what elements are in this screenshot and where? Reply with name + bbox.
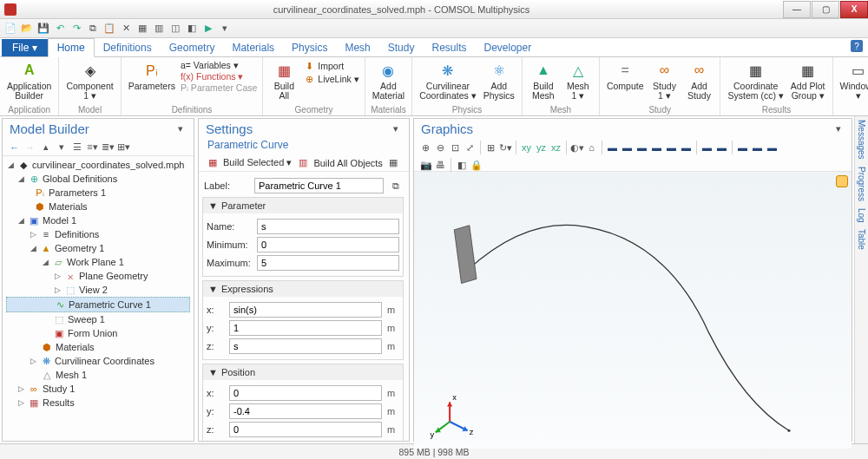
- sel6-icon[interactable]: ▬: [680, 141, 693, 154]
- file-tab[interactable]: File ▾: [2, 39, 48, 56]
- section-expressions[interactable]: ▼Expressions: [203, 281, 403, 297]
- compute-button[interactable]: =Compute: [603, 59, 648, 93]
- orbit-icon[interactable]: ↻▾: [499, 141, 512, 154]
- app-builder-button[interactable]: AApplication Builder: [3, 59, 55, 102]
- sidetab-messages[interactable]: Messages: [857, 120, 866, 160]
- sel4-icon[interactable]: ▬: [650, 141, 663, 154]
- add-material-button[interactable]: ◉Add Material: [369, 59, 408, 102]
- tab-physics[interactable]: Physics: [283, 39, 336, 56]
- xz-icon[interactable]: xz: [549, 141, 562, 154]
- build-selected-icon[interactable]: ▦: [206, 156, 219, 169]
- max-input[interactable]: [257, 255, 399, 271]
- name-input[interactable]: [257, 219, 399, 234]
- tree-curvcoord[interactable]: ▷❋Curvilinear Coordinates: [6, 354, 190, 368]
- windows-button[interactable]: ▭Windows ▾: [837, 59, 868, 102]
- panel-menu-icon[interactable]: ▾: [832, 122, 845, 135]
- tree-study1[interactable]: ▷∞Study 1: [6, 382, 190, 396]
- tab-materials[interactable]: Materials: [223, 39, 283, 56]
- down-icon[interactable]: ▾: [55, 141, 68, 154]
- sel8-icon[interactable]: ▬: [715, 141, 728, 154]
- tab-geometry[interactable]: Geometry: [161, 39, 224, 56]
- tree-mats2[interactable]: ⬢Materials: [6, 340, 190, 354]
- sel9-icon[interactable]: ▬: [736, 141, 749, 154]
- model-tree[interactable]: ◢◆curvilinear_coordinates_solved.mph ◢⊕G…: [3, 156, 194, 441]
- addplot-button[interactable]: ▦Add Plot Group ▾: [787, 59, 829, 102]
- tree-geom1[interactable]: ◢▲Geometry 1: [6, 241, 190, 255]
- up-icon[interactable]: ▴: [39, 141, 52, 154]
- tree-materials[interactable]: ⬢Materials: [6, 200, 190, 213]
- zoom-in-icon[interactable]: ⊕: [419, 141, 432, 154]
- functions-button[interactable]: f(x) Functions ▾: [181, 71, 257, 82]
- delete-icon[interactable]: ✕: [119, 22, 133, 36]
- home-icon[interactable]: ⌂: [585, 141, 598, 154]
- component-button[interactable]: ◈Component 1 ▾: [62, 59, 116, 102]
- sel1-icon[interactable]: ▬: [606, 141, 619, 154]
- build-all-icon[interactable]: ▥: [296, 156, 309, 169]
- variables-button[interactable]: a= Variables ▾: [181, 60, 257, 70]
- expand-icon[interactable]: ☰: [70, 141, 83, 154]
- tree-formunion[interactable]: ▣Form Union: [6, 326, 190, 340]
- copy-icon[interactable]: ⧉: [86, 22, 100, 36]
- import-button[interactable]: ⬇Import: [303, 60, 358, 72]
- study1-button[interactable]: ∞Study 1 ▾: [647, 59, 681, 102]
- parameters-button[interactable]: PᵢParameters: [125, 59, 179, 93]
- light-icon[interactable]: ◐▾: [570, 141, 583, 154]
- redo-icon[interactable]: ↷: [69, 22, 83, 36]
- view-icon[interactable]: ⊞: [484, 141, 497, 154]
- tree-root[interactable]: ◢◆curvilinear_coordinates_solved.mph: [6, 158, 190, 172]
- print-icon[interactable]: 🖶: [434, 159, 447, 172]
- section-position[interactable]: ▼Position: [203, 364, 403, 380]
- add-study-button[interactable]: ∞Add Study: [681, 59, 716, 102]
- tree-sweep1[interactable]: ⬚Sweep 1: [6, 312, 190, 326]
- sidetab-log[interactable]: Log: [857, 208, 866, 223]
- zoom-extents-icon[interactable]: ⤢: [464, 141, 477, 154]
- paste-icon[interactable]: 📋: [102, 22, 116, 36]
- tree-planegeom[interactable]: ▷⨉Plane Geometry: [6, 269, 190, 283]
- coordsys-button[interactable]: ▦Coordinate System (cc) ▾: [724, 59, 786, 102]
- tree-globaldef[interactable]: ◢⊕Global Definitions: [6, 172, 190, 186]
- paramcase-button[interactable]: Pᵢ Parameter Case: [181, 82, 257, 93]
- sel5-icon[interactable]: ▬: [665, 141, 678, 154]
- tree-mesh1[interactable]: △Mesh 1: [6, 368, 190, 382]
- lock-icon[interactable]: 🔒: [470, 159, 483, 172]
- label-input[interactable]: [254, 178, 384, 193]
- col2-icon[interactable]: ≣▾: [102, 141, 115, 154]
- tab-home[interactable]: Home: [48, 38, 95, 57]
- arrow-icon[interactable]: ▶: [201, 22, 215, 36]
- warning-badge-icon[interactable]: [836, 175, 848, 187]
- minimize-button[interactable]: —: [783, 1, 811, 18]
- build-icon[interactable]: ▥: [152, 22, 166, 36]
- tab-mesh[interactable]: Mesh: [336, 39, 378, 56]
- sidetab-progress[interactable]: Progress: [857, 167, 866, 201]
- sel7-icon[interactable]: ▬: [700, 141, 713, 154]
- livelink-button[interactable]: ⊕LiveLink ▾: [303, 73, 358, 85]
- new-icon[interactable]: 📄: [3, 22, 17, 36]
- snapshot-icon[interactable]: 📷: [419, 159, 432, 172]
- panel-menu-icon[interactable]: ▾: [389, 122, 402, 135]
- label-link-icon[interactable]: ⧉: [389, 180, 402, 193]
- mesh1-button[interactable]: △Mesh 1 ▾: [561, 59, 595, 102]
- add-physics-button[interactable]: ⚛Add Physics: [480, 59, 518, 102]
- build-all-button[interactable]: Build All Objects: [313, 158, 382, 168]
- help-icon[interactable]: ?: [851, 40, 863, 52]
- more-icon[interactable]: ▾: [218, 22, 232, 36]
- open-icon[interactable]: 📂: [20, 22, 34, 36]
- expr-y-input[interactable]: [229, 320, 382, 336]
- sel10-icon[interactable]: ▬: [751, 141, 764, 154]
- pos-y-input[interactable]: [229, 403, 382, 419]
- pos-z-input[interactable]: [229, 422, 382, 437]
- tree-results[interactable]: ▷▦Results: [6, 396, 190, 410]
- graphics-canvas[interactable]: x z y: [414, 172, 852, 449]
- compute-icon[interactable]: ▦: [135, 22, 149, 36]
- build-selected-button[interactable]: Build Selected ▾: [223, 157, 292, 168]
- col1-icon[interactable]: ≡▾: [86, 141, 99, 154]
- expr-z-input[interactable]: [229, 338, 382, 354]
- zoom-box-icon[interactable]: ⊡: [449, 141, 462, 154]
- build-all-button[interactable]: ▦Build All: [266, 59, 301, 102]
- tree-wp1[interactable]: ◢▱Work Plane 1: [6, 255, 190, 269]
- tree-paracurve1[interactable]: ∿Parametric Curve 1: [6, 297, 190, 312]
- yz-icon[interactable]: yz: [535, 141, 548, 154]
- build-mesh-button[interactable]: ▲Build Mesh: [526, 59, 561, 102]
- tab-definitions[interactable]: Definitions: [95, 39, 161, 56]
- maximize-button[interactable]: ▢: [812, 1, 839, 18]
